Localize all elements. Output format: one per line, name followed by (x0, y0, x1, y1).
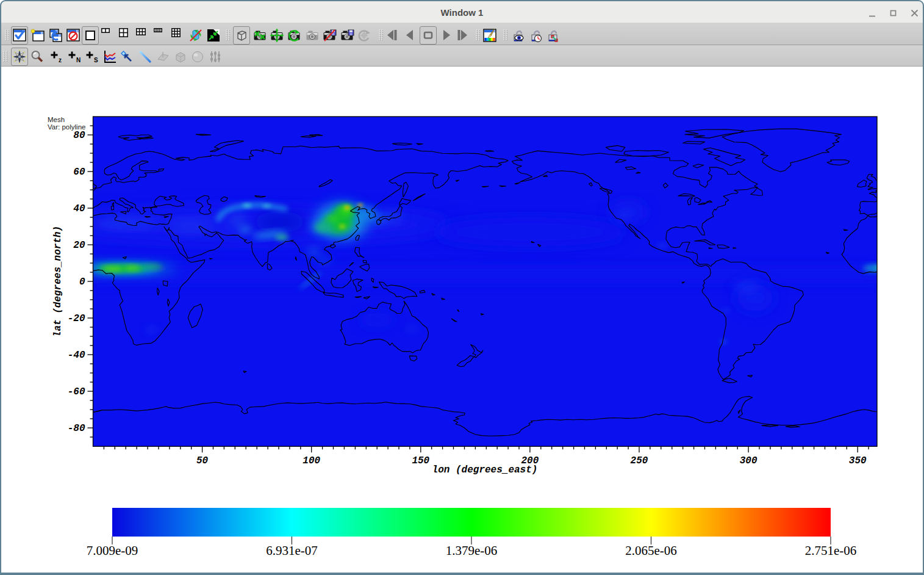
svg-text:40: 40 (73, 203, 85, 214)
svg-text:-60: -60 (68, 386, 85, 397)
svg-text:50: 50 (196, 455, 209, 466)
svg-text:Mesh: Mesh (48, 116, 65, 123)
svg-text:1.379e-06: 1.379e-06 (446, 543, 498, 558)
svg-text:6.931e-07: 6.931e-07 (266, 543, 318, 558)
svg-text:350: 350 (849, 455, 867, 466)
svg-text:20: 20 (73, 240, 85, 251)
svg-text:-80: -80 (68, 423, 85, 434)
svg-text:100: 100 (303, 455, 320, 466)
svg-text:Var: polyline: Var: polyline (48, 123, 85, 131)
svg-text:250: 250 (631, 455, 648, 466)
svg-text:lon (degrees_east): lon (degrees_east) (432, 465, 538, 476)
svg-text:60: 60 (73, 167, 85, 178)
svg-text:-20: -20 (68, 313, 85, 324)
svg-text:7.009e-09: 7.009e-09 (87, 543, 138, 558)
svg-text:80: 80 (73, 130, 85, 141)
svg-text:lat (degrees_north): lat (degrees_north) (52, 226, 63, 337)
svg-text:300: 300 (740, 455, 757, 466)
svg-text:-40: -40 (68, 350, 85, 361)
svg-text:2.065e-06: 2.065e-06 (625, 543, 677, 558)
svg-text:150: 150 (412, 455, 429, 466)
svg-text:0: 0 (79, 277, 85, 288)
svg-text:2.751e-06: 2.751e-06 (805, 543, 857, 558)
